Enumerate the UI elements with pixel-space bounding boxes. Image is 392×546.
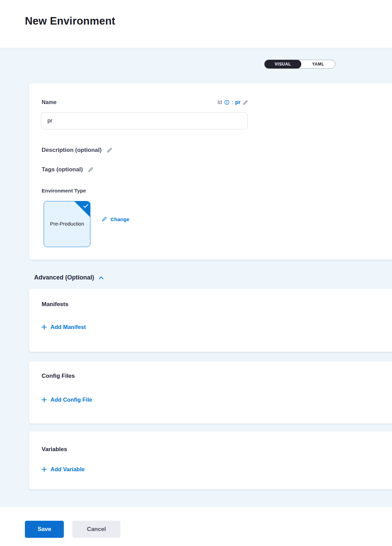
edit-description-icon[interactable] <box>106 147 113 153</box>
add-variable-label: Add Variable <box>50 466 85 473</box>
manifests-title: Manifests <box>42 301 68 308</box>
environment-details-card: Name Id : pr <box>29 83 392 260</box>
info-icon[interactable] <box>224 100 230 105</box>
environment-type-label: Environment Type <box>42 188 86 193</box>
plus-icon <box>42 467 47 472</box>
id-separator: : <box>232 99 233 105</box>
chevron-up-icon <box>99 276 104 279</box>
edit-tags-icon[interactable] <box>88 167 94 173</box>
page-title: New Environment <box>25 15 115 27</box>
description-row: Description (optional) <box>42 147 113 154</box>
advanced-header-label: Advanced (Optional) <box>34 274 94 281</box>
tab-yaml[interactable]: YAML <box>301 60 335 68</box>
id-display: Id : pr <box>217 99 248 105</box>
add-config-file-button[interactable]: Add Config File <box>42 397 92 403</box>
plus-icon <box>42 325 47 330</box>
edit-id-icon[interactable] <box>243 100 248 105</box>
advanced-section-toggle[interactable]: Advanced (Optional) <box>34 274 104 281</box>
cancel-button[interactable]: Cancel <box>72 521 120 538</box>
add-manifest-label: Add Manifest <box>50 324 86 330</box>
name-input[interactable] <box>41 112 248 129</box>
id-label: Id <box>217 99 222 105</box>
variables-card: Variables Add Variable <box>29 431 392 489</box>
check-icon <box>83 204 88 208</box>
config-files-card: Config Files Add Config File <box>29 361 392 423</box>
manifests-card: Manifests Add Manifest <box>29 289 392 352</box>
add-config-file-label: Add Config File <box>50 397 92 403</box>
environment-form-panel: VISUAL YAML Name Id : pr <box>0 48 392 507</box>
new-environment-page: New Environment VISUAL YAML Name Id <box>0 0 392 546</box>
env-type-card-pre-production[interactable]: Pre-Production <box>44 201 90 247</box>
name-id-row: Name Id : pr <box>42 99 248 105</box>
tags-row: Tags (optional) <box>42 166 94 173</box>
tags-label: Tags (optional) <box>42 166 83 173</box>
description-label: Description (optional) <box>42 147 102 154</box>
tab-visual[interactable]: VISUAL <box>264 60 301 69</box>
id-value: pr <box>235 99 241 105</box>
env-type-card-label: Pre-Production <box>50 220 84 228</box>
selected-corner-badge <box>74 201 90 217</box>
plus-icon <box>42 397 47 402</box>
name-label: Name <box>42 99 57 105</box>
change-env-type-link[interactable]: Change <box>101 216 129 222</box>
change-link-label: Change <box>111 216 129 222</box>
add-variable-button[interactable]: Add Variable <box>42 466 85 473</box>
save-button[interactable]: Save <box>25 521 64 538</box>
variables-title: Variables <box>42 446 67 453</box>
pencil-icon <box>101 216 107 222</box>
add-manifest-button[interactable]: Add Manifest <box>42 324 86 330</box>
config-files-title: Config Files <box>42 373 75 379</box>
visual-yaml-toggle: VISUAL YAML <box>264 60 335 69</box>
